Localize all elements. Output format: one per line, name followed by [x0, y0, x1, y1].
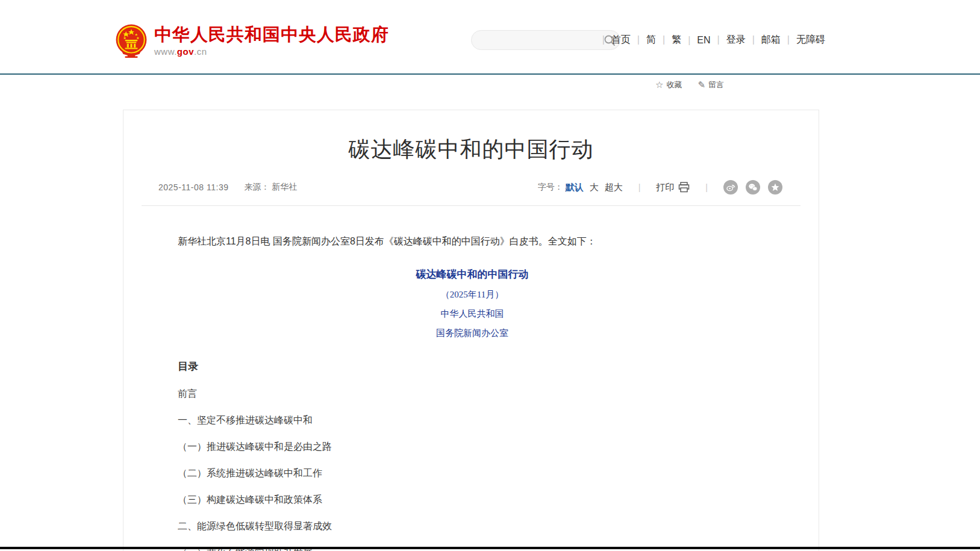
article-body: 新华社北京11月8日电 国务院新闻办公室8日发布《碳达峰碳中和的中国行动》白皮书…	[140, 206, 802, 551]
meta-separator: |	[705, 182, 708, 192]
nav-link[interactable]: 无障碍	[781, 34, 825, 46]
top-nav: 首页 简 繁 EN 登录 邮箱 无障碍	[596, 34, 825, 46]
site-title: 中华人民共和国中央人民政府	[154, 24, 389, 45]
nav-link[interactable]: 简	[631, 34, 656, 46]
publish-date: 2025-11-08 11:39	[158, 182, 228, 192]
nav-link[interactable]: EN	[681, 35, 710, 46]
toc-list: 前言 一、坚定不移推进碳达峰碳中和 （一）推进碳达峰碳中和是必由之路 （二）系统…	[178, 389, 767, 551]
share-buttons	[723, 180, 782, 195]
nav-link[interactable]: 登录	[711, 34, 746, 46]
font-size-options: 默认 大 超大	[566, 182, 623, 193]
viewport-bottom-edge	[0, 547, 980, 549]
printer-icon	[678, 182, 690, 193]
circle-star-icon	[770, 182, 780, 192]
nav-link[interactable]: 邮箱	[746, 34, 781, 46]
national-emblem-icon	[116, 24, 147, 58]
share-wechat-button[interactable]	[746, 180, 760, 195]
favorite-label: 收藏	[666, 79, 682, 90]
weibo-icon	[726, 182, 735, 192]
font-size-label: 字号：	[538, 182, 563, 193]
document-heading: 碳达峰碳中和的中国行动 （2025年11月） 中华人民共和国 国务院新闻办公室	[178, 267, 767, 339]
comment-label: 留言	[708, 79, 724, 90]
wechat-icon	[748, 182, 758, 192]
share-weibo-button[interactable]	[723, 180, 738, 195]
favorite-button[interactable]: ☆ 收藏	[655, 79, 682, 90]
article-meta-left: 2025-11-08 11:39 来源： 新华社	[158, 182, 297, 193]
site-url: www.gov.cn	[154, 46, 389, 57]
document-org-line1: 中华人民共和国	[178, 308, 767, 320]
site-logo-link[interactable]: 中华人民共和国中央人民政府 www.gov.cn	[116, 24, 389, 58]
lead-paragraph: 新华社北京11月8日电 国务院新闻办公室8日发布《碳达峰碳中和的中国行动》白皮书…	[178, 234, 767, 249]
star-icon: ☆	[655, 79, 663, 90]
toc-item[interactable]: （一）推进碳达峰碳中和是必由之路	[178, 442, 767, 452]
print-button[interactable]: 打印	[656, 182, 690, 193]
article-title: 碳达峰碳中和的中国行动	[140, 135, 802, 163]
document-date-line: （2025年11月）	[178, 289, 767, 300]
article-card: 碳达峰碳中和的中国行动 2025-11-08 11:39 来源： 新华社 字号：…	[123, 110, 819, 551]
nav-link[interactable]: 首页	[596, 34, 631, 46]
share-favorite-button[interactable]	[768, 180, 782, 195]
print-label: 打印	[656, 182, 674, 193]
toc-item[interactable]: 二、能源绿色低碳转型取得显著成效	[178, 521, 767, 531]
article-meta-row: 2025-11-08 11:39 来源： 新华社 字号： 默认 大 超大 | 打…	[140, 180, 802, 195]
document-org-line2: 国务院新闻办公室	[178, 328, 767, 339]
pencil-icon: ✎	[698, 79, 705, 90]
toc-heading: 目录	[178, 360, 767, 373]
font-size-option[interactable]: 超大	[605, 182, 623, 193]
font-size-option[interactable]: 大	[590, 182, 599, 193]
document-title: 碳达峰碳中和的中国行动	[178, 267, 767, 281]
article-meta-right: 字号： 默认 大 超大 | 打印	[538, 180, 782, 195]
comment-button[interactable]: ✎ 留言	[698, 79, 724, 90]
toc-item[interactable]: （三）构建碳达峰碳中和政策体系	[178, 495, 767, 505]
toc-item[interactable]: （二）系统推进碳达峰碳中和工作	[178, 469, 767, 478]
page-tools: ☆ 收藏 ✎ 留言	[655, 79, 724, 90]
toc-item[interactable]: 一、坚定不移推进碳达峰碳中和	[178, 416, 767, 425]
meta-separator: |	[638, 182, 641, 192]
nav-link[interactable]: 繁	[656, 34, 681, 46]
header-divider	[0, 73, 980, 75]
source-name[interactable]: 新华社	[272, 182, 297, 191]
search-input[interactable]	[472, 31, 599, 49]
source: 来源： 新华社	[244, 182, 297, 193]
toc-item[interactable]: 前言	[178, 389, 767, 399]
font-size-option[interactable]: 默认	[566, 182, 584, 193]
site-header: 中华人民共和国中央人民政府 www.gov.cn 首页 简 繁 EN 登录 邮箱…	[0, 0, 980, 73]
